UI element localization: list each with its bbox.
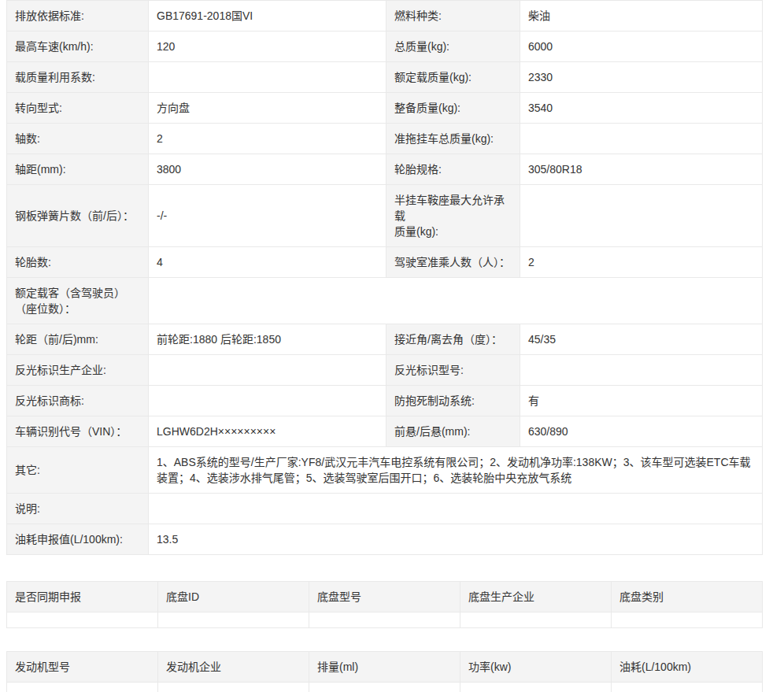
spec-label: 轴距(mm):: [7, 154, 149, 185]
spec-value: 6000: [520, 31, 763, 62]
spec-row: 转向型式: 方向盘 整备质量(kg): 3540: [7, 93, 763, 124]
engine-header: 排量(ml): [309, 652, 460, 683]
vehicle-spec-page: 排放依据标准: GB17691-2018国VI 燃料种类: 柴油 最高车速(km…: [0, 0, 784, 692]
spec-value: 有: [520, 386, 763, 416]
spec-label: 排放依据标准:: [7, 1, 149, 31]
spec-row: 反光标识生产企业: 反光标识型号:: [7, 355, 763, 386]
spec-label: 前悬/后悬(mm):: [386, 416, 520, 447]
engine-fuel-cell: [612, 683, 763, 692]
spec-value: [149, 494, 763, 524]
chassis-cell: [612, 612, 763, 628]
spec-label: 接近角/离去角（度）：: [386, 324, 520, 355]
spec-row: 额定载客（含驾驶员） （座位数）：: [7, 278, 763, 324]
chassis-table: 是否同期申报 底盘ID 底盘型号 底盘生产企业 底盘类别: [6, 581, 763, 628]
spec-label: 准拖挂车总质量(kg):: [386, 124, 520, 154]
spec-label: 反光标识商标:: [7, 386, 149, 416]
spec-value-other: 1、ABS系统的型号/生产厂家:YF8/武汉元丰汽车电控系统有限公司；2、发动机…: [149, 447, 763, 494]
chassis-header: 底盘生产企业: [460, 582, 612, 612]
spec-label: 燃料种类:: [386, 1, 520, 31]
spec-value: 3800: [149, 154, 386, 185]
chassis-cell: [460, 612, 612, 628]
spec-label: 总质量(kg):: [386, 31, 520, 62]
spec-value: [520, 124, 763, 154]
engine-model-cell: D4.0NS6B195: [7, 683, 158, 692]
engine-header-row: 发动机型号 发动机企业 排量(ml) 功率(kw) 油耗(L/100km): [7, 652, 763, 683]
spec-label: 额定载质量(kg):: [386, 62, 520, 93]
spec-label: 半挂车鞍座最大允许承载 质量(kg):: [386, 185, 520, 247]
spec-label: 反光标识生产企业:: [7, 355, 149, 386]
spec-label: 额定载客（含驾驶员） （座位数）：: [7, 278, 149, 324]
spec-value: 方向盘: [149, 93, 386, 124]
spec-row: 钢板弹簧片数（前/后）： -/- 半挂车鞍座最大允许承载 质量(kg):: [7, 185, 763, 247]
chassis-cell: [158, 612, 309, 628]
engine-header: 发动机企业: [158, 652, 309, 683]
engine-displacement-cell: 4000: [309, 683, 460, 692]
spec-value: [520, 355, 763, 386]
spec-value: [149, 355, 386, 386]
spec-value: 柴油: [520, 1, 763, 31]
spec-label: 防抱死制动系统:: [386, 386, 520, 416]
spec-label: 轮胎数:: [7, 247, 149, 278]
spec-value: 2: [520, 247, 763, 278]
spec-label: 整备质量(kg):: [386, 93, 520, 124]
spec-value: GB17691-2018国VI: [149, 1, 386, 31]
spec-value: 630/890: [520, 416, 763, 447]
chassis-cell: [7, 612, 158, 628]
spec-label: 说明:: [7, 494, 149, 524]
engine-header: 功率(kw): [460, 652, 612, 683]
spec-value: [520, 185, 763, 247]
spec-value: 前轮距:1880 后轮距:1850: [149, 324, 386, 355]
spec-value: [149, 386, 386, 416]
spec-value: 2: [149, 124, 386, 154]
engine-power-cell: 143: [460, 683, 612, 692]
spec-row: 油耗申报值(L/100km): 13.5: [7, 524, 763, 555]
spec-value: 2330: [520, 62, 763, 93]
chassis-header: 是否同期申报: [7, 582, 158, 612]
spec-table-container: 排放依据标准: GB17691-2018国VI 燃料种类: 柴油 最高车速(km…: [6, 0, 762, 555]
chassis-header: 底盘型号: [309, 582, 460, 612]
spec-value: 13.5: [149, 524, 763, 555]
engine-maker-cell: 东风康明斯发动机有限公司: [158, 683, 309, 692]
spec-row: 轴距(mm): 3800 轮胎规格: 305/80R18: [7, 154, 763, 185]
engine-header: 发动机型号: [7, 652, 158, 683]
chassis-header: 底盘类别: [612, 582, 763, 612]
spec-row: 轮距（前/后)mm: 前轮距:1880 后轮距:1850 接近角/离去角（度）：…: [7, 324, 763, 355]
spec-label: 钢板弹簧片数（前/后）：: [7, 185, 149, 247]
spec-row: 载质量利用系数: 额定载质量(kg): 2330: [7, 62, 763, 93]
spec-value: 4: [149, 247, 386, 278]
spec-label: 转向型式:: [7, 93, 149, 124]
spec-label: 反光标识型号:: [386, 355, 520, 386]
spec-row: 轴数: 2 准拖挂车总质量(kg):: [7, 124, 763, 154]
chassis-cell: [309, 612, 460, 628]
spec-label: 载质量利用系数:: [7, 62, 149, 93]
engine-table-container: 发动机型号 发动机企业 排量(ml) 功率(kw) 油耗(L/100km) D4…: [6, 651, 762, 692]
spec-value: 305/80R18: [520, 154, 763, 185]
spec-label: 轮胎规格:: [386, 154, 520, 185]
spec-row: 最高车速(km/h): 120 总质量(kg): 6000: [7, 31, 763, 62]
chassis-data-row: [7, 612, 763, 628]
engine-header: 油耗(L/100km): [612, 652, 763, 683]
chassis-header-row: 是否同期申报 底盘ID 底盘型号 底盘生产企业 底盘类别: [7, 582, 763, 612]
spec-value: 45/35: [520, 324, 763, 355]
engine-data-row: D4.0NS6B195 东风康明斯发动机有限公司 4000 143: [7, 683, 763, 692]
spec-row: 轮胎数: 4 驾驶室准乘人数（人）： 2: [7, 247, 763, 278]
spec-value: [149, 62, 386, 93]
spec-label: 车辆识别代号（VIN）：: [7, 416, 149, 447]
chassis-header: 底盘ID: [158, 582, 309, 612]
spec-value: [149, 278, 763, 324]
spec-row: 车辆识别代号（VIN）： LGHW6D2H××××××××× 前悬/后悬(mm)…: [7, 416, 763, 447]
spec-row: 其它: 1、ABS系统的型号/生产厂家:YF8/武汉元丰汽车电控系统有限公司；2…: [7, 447, 763, 494]
spec-label: 轴数:: [7, 124, 149, 154]
engine-table: 发动机型号 发动机企业 排量(ml) 功率(kw) 油耗(L/100km) D4…: [6, 651, 763, 692]
spec-value: 3540: [520, 93, 763, 124]
spec-value: LGHW6D2H×××××××××: [149, 416, 386, 447]
spec-label: 最高车速(km/h):: [7, 31, 149, 62]
spec-label: 油耗申报值(L/100km):: [7, 524, 149, 555]
spec-label: 驾驶室准乘人数（人）：: [386, 247, 520, 278]
spec-label: 其它:: [7, 447, 149, 494]
spec-value: -/-: [149, 185, 386, 247]
spec-label: 轮距（前/后)mm:: [7, 324, 149, 355]
spec-row: 排放依据标准: GB17691-2018国VI 燃料种类: 柴油: [7, 1, 763, 31]
spec-row: 说明:: [7, 494, 763, 524]
spec-value: 120: [149, 31, 386, 62]
